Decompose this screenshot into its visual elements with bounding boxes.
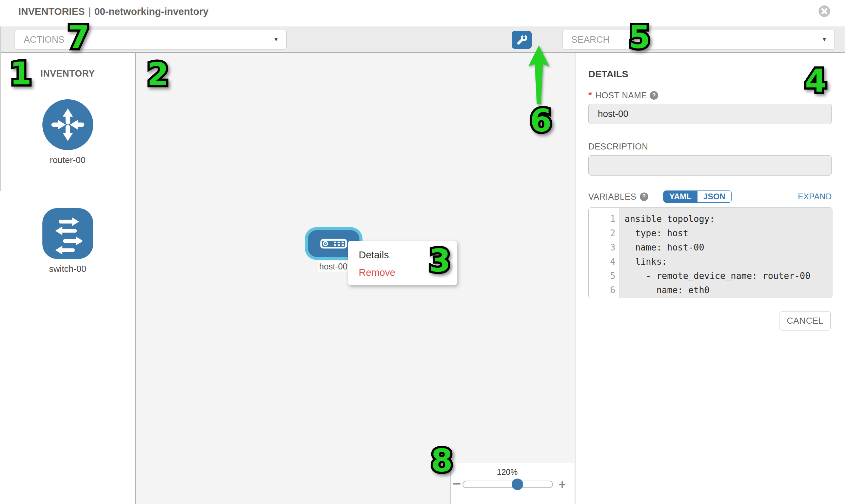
tab-json[interactable]: JSON: [698, 191, 732, 202]
breadcrumb-name: 00-networking-inventory: [94, 6, 209, 17]
toolbar: ACTIONS ▼ SEARCH ▼: [0, 26, 845, 53]
description-input[interactable]: [588, 155, 832, 176]
sidebar-title: INVENTORY: [0, 69, 135, 79]
expand-link[interactable]: EXPAND: [798, 192, 832, 201]
host-name-label-row: * HOST NAME ?: [588, 90, 658, 101]
window-left-border: [0, 26, 1, 191]
required-asterisk: *: [588, 90, 592, 101]
editor-code: ansible_topology: type: host name: host-…: [620, 208, 832, 298]
actions-dropdown-label: ACTIONS: [24, 35, 65, 45]
router-icon: [42, 99, 93, 150]
zoom-in-button[interactable]: +: [557, 478, 567, 492]
sidebar-item-router[interactable]: router-00: [0, 99, 135, 165]
host-node-label: host-00: [318, 261, 348, 271]
actions-dropdown[interactable]: ACTIONS ▼: [15, 30, 286, 50]
description-label-row: DESCRIPTION: [588, 142, 648, 151]
zoom-control: 120% − +: [450, 463, 575, 504]
variables-label: VARIABLES: [588, 192, 636, 202]
tab-yaml[interactable]: YAML: [664, 191, 698, 202]
variables-format-toggle: YAML JSON: [663, 191, 732, 203]
zoom-slider-track[interactable]: [462, 481, 553, 488]
code-line: type: host: [620, 226, 832, 240]
host-name-input[interactable]: [588, 104, 832, 124]
variables-editor[interactable]: 1 2 3 4 5 6 7 ansible_topology: type: ho…: [588, 208, 832, 298]
host-name-label: HOST NAME: [595, 90, 647, 100]
zoom-out-button[interactable]: −: [452, 475, 462, 492]
search-dropdown-label: SEARCH: [571, 35, 610, 45]
search-dropdown[interactable]: SEARCH ▼: [562, 30, 835, 50]
description-label: DESCRIPTION: [588, 142, 648, 151]
zoom-level: 120%: [451, 467, 564, 477]
code-line: - remote_device_name: router-00: [620, 269, 832, 283]
close-icon: [818, 5, 830, 17]
sidebar-item-switch[interactable]: switch-00: [0, 208, 135, 274]
chevron-down-icon: ▼: [273, 37, 279, 43]
help-icon[interactable]: ?: [640, 193, 648, 201]
help-icon[interactable]: ?: [650, 91, 658, 100]
switch-icon: [42, 208, 93, 259]
code-line: remote_interface_name: eth0: [620, 297, 832, 298]
breadcrumb: INVENTORIES|00-networking-inventory: [18, 6, 209, 17]
breadcrumb-separator: |: [88, 6, 91, 17]
zoom-slider-thumb[interactable]: [512, 479, 523, 490]
context-menu: Details Remove: [348, 241, 457, 285]
topology-canvas[interactable]: host-00 Details Remove 120% − +: [136, 53, 576, 504]
details-panel-title: DETAILS: [588, 69, 628, 80]
code-line: ansible_topology:: [620, 212, 832, 226]
inventory-sidebar: INVENTORY: [0, 53, 136, 504]
sidebar-item-label: router-00: [50, 155, 86, 165]
close-button[interactable]: [818, 5, 830, 17]
chevron-down-icon: ▼: [822, 37, 827, 43]
page-header: INVENTORIES|00-networking-inventory: [0, 0, 845, 26]
wrench-icon: [516, 34, 528, 46]
editor-line-numbers: 1 2 3 4 5 6 7: [589, 208, 620, 298]
code-line: name: host-00: [620, 240, 832, 254]
tools-button[interactable]: [512, 31, 532, 49]
content-area: INVENTORY: [0, 53, 845, 504]
details-panel: DETAILS * HOST NAME ? DESCRIPTION VARIAB…: [576, 53, 844, 504]
host-server-icon: [320, 239, 347, 249]
variables-row: VARIABLES ? YAML JSON EXPAND: [588, 191, 832, 203]
cancel-button[interactable]: CANCEL: [779, 311, 831, 330]
code-line: links:: [620, 254, 832, 269]
inventory-topology-app: INVENTORIES|00-networking-inventory ACTI…: [0, 0, 845, 504]
context-menu-item-remove[interactable]: Remove: [359, 264, 457, 281]
sidebar-item-label: switch-00: [49, 264, 86, 274]
breadcrumb-section: INVENTORIES: [18, 6, 85, 17]
code-line: name: eth0: [620, 283, 832, 297]
context-menu-item-details[interactable]: Details: [359, 246, 457, 264]
